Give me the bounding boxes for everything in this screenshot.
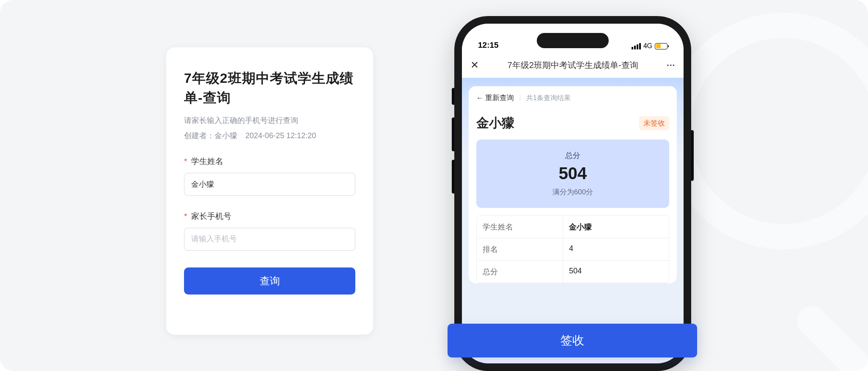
- phone-screen: 12:15 4G ✕ 7年级2班期中考试学生成绩单-查询 ··· ←: [462, 24, 684, 363]
- sign-status-badge: 未签收: [639, 116, 669, 130]
- student-row: 金小獴 未签收: [469, 103, 677, 139]
- cell-value: 金小獴: [563, 216, 669, 238]
- score-sub: 满分为600分: [476, 187, 669, 197]
- cell-label: 学生姓名: [477, 216, 563, 238]
- score-box: 总分 504 满分为600分: [476, 139, 669, 208]
- result-header-row: ← 重新查询 共1条查询结果: [469, 86, 677, 103]
- parent-phone-input[interactable]: [184, 228, 355, 251]
- query-form-card: 7年级2班期中考试学生成绩单-查询 请家长输入正确的手机号进行查询 创建者：金小…: [166, 47, 373, 335]
- student-name-input[interactable]: [184, 173, 355, 196]
- result-area: ← 重新查询 共1条查询结果 金小獴 未签收 总分 504 满分为600分: [462, 78, 684, 283]
- field-label-student-name: * 学生姓名: [184, 156, 355, 167]
- detail-table: 学生姓名 金小獴 排名 4 总分 504: [476, 216, 669, 283]
- close-icon[interactable]: ✕: [470, 59, 479, 71]
- requery-link[interactable]: ← 重新查询: [476, 93, 514, 103]
- status-right: 4G: [632, 42, 667, 50]
- cell-label: 排名: [477, 238, 563, 260]
- query-submit-button[interactable]: 查询: [184, 267, 355, 295]
- table-row: 总分 504: [477, 260, 669, 283]
- field-parent-phone: * 家长手机号: [184, 211, 355, 251]
- phone-mockup: 12:15 4G ✕ 7年级2班期中考试学生成绩单-查询 ··· ←: [454, 16, 691, 371]
- required-asterisk: *: [184, 157, 187, 166]
- timestamp: 2024-06-25 12:12:20: [245, 131, 316, 140]
- network-label: 4G: [643, 42, 652, 50]
- table-row: 学生姓名 金小獴: [477, 216, 669, 238]
- cell-label: 总分: [477, 261, 563, 283]
- status-time: 12:15: [478, 41, 499, 50]
- query-meta: 创建者：金小獴 2024-06-25 12:12:20: [184, 131, 355, 141]
- cell-value: 4: [563, 238, 669, 260]
- field-student-name: * 学生姓名: [184, 156, 355, 196]
- query-subtitle: 请家长输入正确的手机号进行查询: [184, 115, 355, 125]
- more-icon[interactable]: ···: [667, 60, 675, 70]
- signal-icon: [632, 43, 641, 49]
- required-asterisk: *: [184, 212, 187, 221]
- student-name: 金小獴: [476, 115, 514, 132]
- query-title: 7年级2班期中考试学生成绩单-查询: [184, 68, 355, 108]
- sign-button[interactable]: 签收: [448, 324, 697, 357]
- arrow-left-icon: ←: [476, 94, 483, 102]
- phone-notch: [537, 33, 609, 48]
- bg-watermark-circle: [665, 13, 868, 249]
- bg-watermark-handle: [791, 300, 868, 371]
- field-label-parent-phone: * 家长手机号: [184, 211, 355, 222]
- result-card: ← 重新查询 共1条查询结果 金小獴 未签收 总分 504 满分为600分: [469, 86, 677, 283]
- table-row: 排名 4: [477, 238, 669, 260]
- nav-bar: ✕ 7年级2班期中考试学生成绩单-查询 ···: [462, 52, 684, 78]
- score-label: 总分: [476, 150, 669, 161]
- nav-title: 7年级2班期中考试学生成绩单-查询: [485, 60, 661, 71]
- creator-label: 创建者：金小獴: [184, 131, 237, 140]
- score-value: 504: [476, 164, 669, 183]
- result-count: 共1条查询结果: [520, 95, 571, 101]
- cell-value: 504: [563, 261, 669, 283]
- battery-icon: [655, 43, 667, 49]
